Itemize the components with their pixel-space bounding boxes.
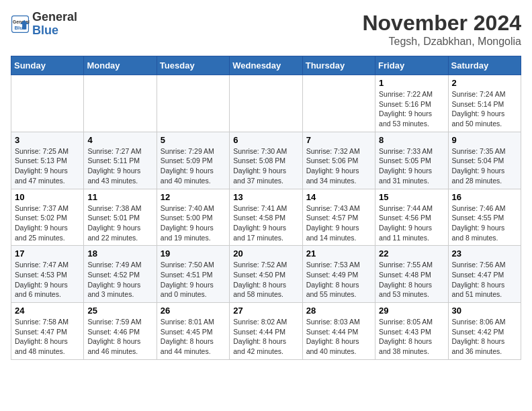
day-info: Sunrise: 7:30 AM Sunset: 5:08 PM Dayligh… xyxy=(233,146,298,186)
logo: General Blue General Blue xyxy=(11,11,77,38)
day-cell: 4Sunrise: 7:27 AM Sunset: 5:11 PM Daylig… xyxy=(84,132,157,189)
week-row-2: 3Sunrise: 7:25 AM Sunset: 5:13 PM Daylig… xyxy=(11,132,521,189)
day-cell: 9Sunrise: 7:35 AM Sunset: 5:04 PM Daylig… xyxy=(448,132,521,189)
day-number: 17 xyxy=(15,248,80,259)
day-cell: 21Sunrise: 7:53 AM Sunset: 4:49 PM Dayli… xyxy=(302,246,375,303)
day-cell: 20Sunrise: 7:52 AM Sunset: 4:50 PM Dayli… xyxy=(230,246,302,303)
title-block: November 2024 Tegsh, Dzabkhan, Mongolia xyxy=(362,11,521,48)
day-number: 2 xyxy=(452,78,517,88)
day-number: 16 xyxy=(452,192,517,202)
day-info: Sunrise: 7:37 AM Sunset: 5:02 PM Dayligh… xyxy=(15,203,80,243)
day-number: 13 xyxy=(233,192,298,202)
day-cell xyxy=(11,75,84,132)
day-info: Sunrise: 8:03 AM Sunset: 4:44 PM Dayligh… xyxy=(306,317,371,357)
day-number: 11 xyxy=(87,192,152,202)
day-number: 18 xyxy=(87,248,152,259)
week-row-5: 24Sunrise: 7:58 AM Sunset: 4:47 PM Dayli… xyxy=(11,303,521,360)
day-cell xyxy=(230,75,302,132)
day-number: 7 xyxy=(306,135,371,145)
day-number: 15 xyxy=(379,192,444,202)
calendar-body: 1Sunrise: 7:22 AM Sunset: 5:16 PM Daylig… xyxy=(11,75,521,360)
weekday-thursday: Thursday xyxy=(302,56,375,75)
day-info: Sunrise: 7:25 AM Sunset: 5:13 PM Dayligh… xyxy=(15,146,80,186)
day-number: 30 xyxy=(452,306,517,316)
day-cell: 7Sunrise: 7:32 AM Sunset: 5:06 PM Daylig… xyxy=(302,132,375,189)
day-number: 3 xyxy=(15,135,80,145)
weekday-saturday: Saturday xyxy=(448,56,521,75)
day-cell: 23Sunrise: 7:56 AM Sunset: 4:47 PM Dayli… xyxy=(448,246,521,303)
day-info: Sunrise: 8:05 AM Sunset: 4:43 PM Dayligh… xyxy=(379,317,444,357)
day-info: Sunrise: 7:52 AM Sunset: 4:50 PM Dayligh… xyxy=(233,260,298,300)
day-cell: 17Sunrise: 7:47 AM Sunset: 4:53 PM Dayli… xyxy=(11,246,84,303)
day-number: 27 xyxy=(233,306,298,316)
day-cell: 8Sunrise: 7:33 AM Sunset: 5:05 PM Daylig… xyxy=(375,132,448,189)
day-info: Sunrise: 7:35 AM Sunset: 5:04 PM Dayligh… xyxy=(452,146,517,186)
day-number: 23 xyxy=(452,248,517,259)
day-cell: 3Sunrise: 7:25 AM Sunset: 5:13 PM Daylig… xyxy=(11,132,84,189)
day-cell: 24Sunrise: 7:58 AM Sunset: 4:47 PM Dayli… xyxy=(11,303,84,360)
day-info: Sunrise: 7:56 AM Sunset: 4:47 PM Dayligh… xyxy=(452,260,517,300)
day-number: 12 xyxy=(161,192,226,202)
day-cell: 26Sunrise: 8:01 AM Sunset: 4:45 PM Dayli… xyxy=(157,303,229,360)
day-number: 1 xyxy=(379,78,444,88)
day-cell: 28Sunrise: 8:03 AM Sunset: 4:44 PM Dayli… xyxy=(302,303,375,360)
day-info: Sunrise: 7:40 AM Sunset: 5:00 PM Dayligh… xyxy=(161,203,226,243)
day-cell: 2Sunrise: 7:24 AM Sunset: 5:14 PM Daylig… xyxy=(448,75,521,132)
day-number: 19 xyxy=(161,248,226,259)
day-info: Sunrise: 7:59 AM Sunset: 4:46 PM Dayligh… xyxy=(87,317,152,357)
day-cell xyxy=(84,75,157,132)
weekday-header-row: SundayMondayTuesdayWednesdayThursdayFrid… xyxy=(11,56,521,75)
day-number: 20 xyxy=(233,248,298,259)
day-cell xyxy=(302,75,375,132)
calendar-table: SundayMondayTuesdayWednesdayThursdayFrid… xyxy=(11,56,521,360)
day-info: Sunrise: 7:22 AM Sunset: 5:16 PM Dayligh… xyxy=(379,89,444,129)
day-info: Sunrise: 7:46 AM Sunset: 4:55 PM Dayligh… xyxy=(452,203,517,243)
day-cell: 16Sunrise: 7:46 AM Sunset: 4:55 PM Dayli… xyxy=(448,189,521,246)
day-number: 9 xyxy=(452,135,517,145)
weekday-friday: Friday xyxy=(375,56,448,75)
day-cell: 5Sunrise: 7:29 AM Sunset: 5:09 PM Daylig… xyxy=(157,132,229,189)
weekday-monday: Monday xyxy=(84,56,157,75)
day-info: Sunrise: 7:33 AM Sunset: 5:05 PM Dayligh… xyxy=(379,146,444,186)
day-info: Sunrise: 7:44 AM Sunset: 4:56 PM Dayligh… xyxy=(379,203,444,243)
day-number: 28 xyxy=(306,306,371,316)
day-info: Sunrise: 7:58 AM Sunset: 4:47 PM Dayligh… xyxy=(15,317,80,357)
day-number: 25 xyxy=(87,306,152,316)
day-info: Sunrise: 7:41 AM Sunset: 4:58 PM Dayligh… xyxy=(233,203,298,243)
day-info: Sunrise: 7:47 AM Sunset: 4:53 PM Dayligh… xyxy=(15,260,80,300)
logo-text: General Blue xyxy=(32,11,77,38)
day-cell: 6Sunrise: 7:30 AM Sunset: 5:08 PM Daylig… xyxy=(230,132,302,189)
day-info: Sunrise: 7:43 AM Sunset: 4:57 PM Dayligh… xyxy=(306,203,371,243)
day-cell: 13Sunrise: 7:41 AM Sunset: 4:58 PM Dayli… xyxy=(230,189,302,246)
day-info: Sunrise: 7:27 AM Sunset: 5:11 PM Dayligh… xyxy=(87,146,152,186)
week-row-1: 1Sunrise: 7:22 AM Sunset: 5:16 PM Daylig… xyxy=(11,75,521,132)
day-info: Sunrise: 7:24 AM Sunset: 5:14 PM Dayligh… xyxy=(452,89,517,129)
day-info: Sunrise: 8:02 AM Sunset: 4:44 PM Dayligh… xyxy=(233,317,298,357)
day-cell: 27Sunrise: 8:02 AM Sunset: 4:44 PM Dayli… xyxy=(230,303,302,360)
day-number: 24 xyxy=(15,306,80,316)
day-cell: 15Sunrise: 7:44 AM Sunset: 4:56 PM Dayli… xyxy=(375,189,448,246)
day-info: Sunrise: 8:01 AM Sunset: 4:45 PM Dayligh… xyxy=(161,317,226,357)
day-cell: 19Sunrise: 7:50 AM Sunset: 4:51 PM Dayli… xyxy=(157,246,229,303)
day-number: 22 xyxy=(379,248,444,259)
week-row-3: 10Sunrise: 7:37 AM Sunset: 5:02 PM Dayli… xyxy=(11,189,521,246)
day-number: 29 xyxy=(379,306,444,316)
day-info: Sunrise: 7:49 AM Sunset: 4:52 PM Dayligh… xyxy=(87,260,152,300)
day-cell: 14Sunrise: 7:43 AM Sunset: 4:57 PM Dayli… xyxy=(302,189,375,246)
day-cell: 30Sunrise: 8:06 AM Sunset: 4:42 PM Dayli… xyxy=(448,303,521,360)
day-number: 8 xyxy=(379,135,444,145)
month-title: November 2024 xyxy=(362,11,521,36)
day-info: Sunrise: 7:38 AM Sunset: 5:01 PM Dayligh… xyxy=(87,203,152,243)
day-cell: 1Sunrise: 7:22 AM Sunset: 5:16 PM Daylig… xyxy=(375,75,448,132)
day-cell xyxy=(157,75,229,132)
day-number: 21 xyxy=(306,248,371,259)
weekday-sunday: Sunday xyxy=(11,56,84,75)
day-number: 10 xyxy=(15,192,80,202)
day-number: 26 xyxy=(161,306,226,316)
day-cell: 10Sunrise: 7:37 AM Sunset: 5:02 PM Dayli… xyxy=(11,189,84,246)
day-info: Sunrise: 7:29 AM Sunset: 5:09 PM Dayligh… xyxy=(161,146,226,186)
day-info: Sunrise: 8:06 AM Sunset: 4:42 PM Dayligh… xyxy=(452,317,517,357)
day-cell: 29Sunrise: 8:05 AM Sunset: 4:43 PM Dayli… xyxy=(375,303,448,360)
week-row-4: 17Sunrise: 7:47 AM Sunset: 4:53 PM Dayli… xyxy=(11,246,521,303)
day-number: 6 xyxy=(233,135,298,145)
